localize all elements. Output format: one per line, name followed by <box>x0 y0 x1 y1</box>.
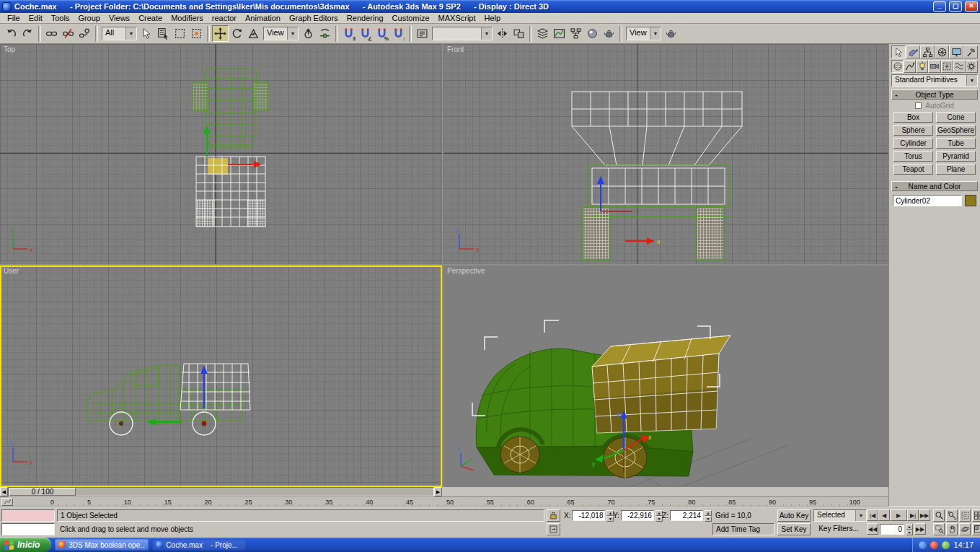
pan-view-icon[interactable] <box>946 523 958 535</box>
arc-rotate-icon[interactable] <box>959 523 971 535</box>
use-pivot-point-center-icon[interactable] <box>300 25 317 42</box>
category-shapes-icon[interactable] <box>904 60 916 73</box>
set-key-button[interactable]: Set Key <box>777 523 811 535</box>
move-gizmo[interactable] <box>147 366 208 426</box>
name-color-rollout-header[interactable]: - Name and Color <box>891 181 978 191</box>
selection-filter-select[interactable]: All▼ <box>102 27 137 40</box>
add-time-tag[interactable]: Add Time Tag <box>712 523 774 535</box>
plane-button[interactable]: Plane <box>936 164 976 175</box>
window-crossing-toggle-icon[interactable] <box>188 25 205 42</box>
viewport-front-label[interactable]: Front <box>447 45 464 53</box>
menu-reactor[interactable]: reactor <box>208 13 241 23</box>
select-and-move-icon[interactable] <box>212 25 229 42</box>
menu-edit[interactable]: Edit <box>25 13 47 23</box>
track-bar[interactable]: 0510 152025 303540 455055 606570 758085 … <box>0 496 888 507</box>
selected-pickup-bed-box[interactable] <box>592 336 730 433</box>
category-helpers-icon[interactable] <box>941 60 953 73</box>
snaps-toggle-icon[interactable]: 3 <box>340 25 357 42</box>
spinner-snap-toggle-icon[interactable]: ↕ <box>390 25 407 42</box>
tray-shield-icon[interactable] <box>942 541 950 549</box>
rectangular-selection-region-icon[interactable] <box>172 25 188 42</box>
box-button[interactable]: Box <box>893 112 933 123</box>
go-to-start-icon[interactable]: |◀ <box>867 509 878 521</box>
select-and-manipulate-icon[interactable] <box>317 25 333 42</box>
go-to-end-icon[interactable]: ▶▶ <box>919 509 930 521</box>
viewport-top-label[interactable]: Top <box>4 45 15 53</box>
redo-icon[interactable] <box>19 25 36 42</box>
material-editor-icon[interactable] <box>584 25 601 42</box>
front-wheel-right-wireframe[interactable] <box>697 209 723 259</box>
zoom-extents-icon[interactable] <box>959 509 971 522</box>
x-coordinate-field[interactable]: -12,018 <box>572 510 605 521</box>
previous-key-icon[interactable]: ◀◀ <box>867 523 878 535</box>
select-and-scale-icon[interactable] <box>245 25 262 42</box>
menu-help[interactable]: Help <box>480 13 506 23</box>
schematic-view-icon[interactable] <box>568 25 584 42</box>
viewport-front[interactable]: Front <box>443 44 888 264</box>
select-and-link-icon[interactable] <box>43 25 60 42</box>
tube-button[interactable]: Tube <box>936 138 976 149</box>
object-color-swatch[interactable] <box>965 195 976 206</box>
undo-icon[interactable] <box>3 25 19 42</box>
named-selection-sets-select[interactable]: ▼ <box>432 27 493 40</box>
viewport-top[interactable]: Top <box>0 44 442 264</box>
previous-frame-icon[interactable]: ◀ <box>878 509 890 521</box>
object-name-field[interactable]: Cylinder02 <box>893 195 962 206</box>
tab-display-icon[interactable] <box>949 45 963 58</box>
zoom-icon[interactable] <box>933 509 945 522</box>
tab-modify-icon[interactable] <box>906 45 920 58</box>
time-spinner[interactable]: ▲▼ <box>906 524 913 535</box>
bind-to-spacewarp-icon[interactable] <box>76 25 93 42</box>
menu-group[interactable]: Group <box>74 13 105 23</box>
viewport-perspective[interactable]: Perspective <box>443 266 888 487</box>
next-key-icon[interactable]: ▶▶ <box>914 523 926 535</box>
zoom-extents-all-icon[interactable] <box>972 509 980 522</box>
auto-key-button[interactable]: Auto Key <box>777 509 811 522</box>
teapot-button[interactable]: Teapot <box>893 164 933 175</box>
front-wheel-left-wireframe[interactable] <box>583 209 609 259</box>
tab-utilities-icon[interactable] <box>963 45 978 58</box>
menu-file[interactable]: File <box>3 13 25 23</box>
selected-cylinder-side-wireframe[interactable] <box>180 364 250 410</box>
percent-snap-toggle-icon[interactable]: % <box>374 25 390 42</box>
y-coordinate-field[interactable]: -22,916 <box>621 510 654 521</box>
menu-modifiers[interactable]: Modifiers <box>167 13 208 23</box>
cylinder-button[interactable]: Cylinder <box>893 138 933 149</box>
reference-coordinate-system-select[interactable]: View▼ <box>263 27 299 40</box>
taskbar-task-3dsmax[interactable]: Coche.max - Proje... <box>152 539 246 551</box>
maximize-viewport-toggle-icon[interactable] <box>972 523 980 535</box>
time-slider-left-arrow[interactable]: ◀ <box>0 487 8 496</box>
category-cameras-icon[interactable] <box>928 60 940 73</box>
car-wheels-side[interactable] <box>110 412 216 435</box>
category-systems-icon[interactable] <box>966 60 978 73</box>
absolute-mode-transform-typein-icon[interactable] <box>547 523 560 535</box>
key-mode-select[interactable]: Selected ▼ <box>813 509 867 522</box>
unlink-selection-icon[interactable] <box>60 25 76 42</box>
zoom-region-icon[interactable] <box>933 523 945 535</box>
key-filters-button[interactable]: Key Filters... <box>812 523 865 535</box>
zoom-all-icon[interactable] <box>946 509 958 522</box>
viewport-user-label[interactable]: User <box>4 267 19 275</box>
menu-customize[interactable]: Customize <box>388 13 434 23</box>
layer-manager-icon[interactable] <box>534 25 551 42</box>
edit-named-selection-sets-icon[interactable] <box>414 25 431 42</box>
menu-views[interactable]: Views <box>105 13 134 23</box>
maxscript-mini-listener[interactable] <box>1 523 55 535</box>
render-setup-icon[interactable] <box>601 25 617 42</box>
menu-graph-editors[interactable]: Graph Editors <box>285 13 343 23</box>
torus-button[interactable]: Torus <box>893 151 933 162</box>
pyramid-button[interactable]: Pyramid <box>936 151 976 162</box>
minimize-button[interactable]: _ <box>933 1 946 12</box>
selection-lock-toggle-icon[interactable] <box>547 509 560 522</box>
close-button[interactable]: ✕ <box>965 1 978 12</box>
next-frame-icon[interactable]: ▶| <box>907 509 919 521</box>
primitive-category-select[interactable]: Standard Primitives ▼ <box>891 74 978 87</box>
time-slider-handle[interactable]: 0 / 100 <box>9 488 76 496</box>
tray-messenger-icon[interactable] <box>919 541 927 549</box>
menu-create[interactable]: Create <box>134 13 167 23</box>
viewport-perspective-label[interactable]: Perspective <box>447 267 485 275</box>
viewport-user[interactable]: User <box>0 266 442 487</box>
category-spacewarps-icon[interactable] <box>953 60 966 73</box>
time-slider-track[interactable]: 0 / 100 <box>8 487 434 496</box>
tab-hierarchy-icon[interactable] <box>920 45 935 58</box>
